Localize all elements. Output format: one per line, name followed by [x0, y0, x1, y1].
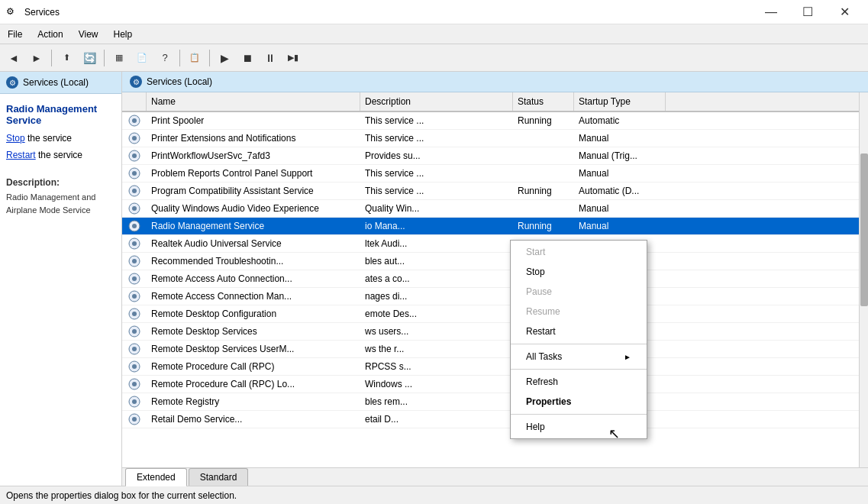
tab-bar: Extended Standard	[122, 467, 868, 486]
title-bar-controls: — ☐ ✕	[753, 0, 862, 24]
row-desc: ws the r...	[360, 341, 513, 357]
main-content: ⚙ Services (Local) Radio Management Serv…	[0, 72, 868, 486]
toolbar-forward[interactable]: ►	[26, 47, 47, 69]
svg-point-33	[132, 399, 137, 404]
svg-point-35	[132, 417, 137, 422]
toolbar-pause[interactable]: ⏸	[260, 47, 281, 69]
col-startup[interactable]: Startup Type	[574, 92, 666, 111]
row-icon	[122, 376, 147, 393]
row-desc: ltek Audi...	[360, 235, 513, 252]
table-body: Print SpoolerThis service ...RunningAuto…	[122, 112, 859, 428]
title-bar: ⚙ Services — ☐ ✕	[0, 0, 868, 24]
row-startup: Manual	[574, 218, 666, 234]
stop-link[interactable]: Stop	[6, 133, 25, 144]
ctx-item-restart[interactable]: Restart	[511, 321, 647, 341]
menu-help[interactable]: Help	[106, 27, 140, 42]
table-row[interactable]: Remote Procedure Call (RPC)RPCSS s...Run…	[122, 358, 859, 376]
right-panel-icon: ⚙	[130, 76, 142, 88]
row-icon	[122, 235, 147, 252]
col-status[interactable]: Status	[513, 92, 574, 111]
stop-suffix: the service	[25, 133, 72, 144]
row-name: PrintWorkflowUserSvc_7afd3	[147, 147, 360, 164]
toolbar-up[interactable]: ⬆	[56, 47, 77, 69]
table-row[interactable]: Remote Desktop Servicesws users...Runnin…	[122, 323, 859, 341]
table-row[interactable]: PrintWorkflowUserSvc_7afd3Provides su...…	[122, 147, 859, 165]
row-icon	[122, 358, 147, 375]
row-startup: Automatic (D...	[574, 183, 666, 199]
row-status	[513, 200, 574, 217]
maximize-button[interactable]: ☐	[790, 0, 825, 24]
table-row[interactable]: Radio Management Serviceio Mana...Runnin…	[122, 218, 859, 235]
col-name[interactable]: Name	[147, 92, 360, 111]
services-local-icon: ⚙	[6, 76, 18, 89]
menu-file[interactable]: File	[0, 27, 30, 42]
table-row[interactable]: Remote Registrybles rem...Disabled	[122, 393, 859, 411]
ctx-item-refresh[interactable]: Refresh	[511, 372, 647, 392]
table-row[interactable]: Quality Windows Audio Video ExperienceQu…	[122, 200, 859, 218]
ctx-item-help[interactable]: Help	[511, 417, 647, 437]
menu-action[interactable]: Action	[30, 27, 70, 42]
toolbar-restart[interactable]: ▶▮	[282, 47, 304, 69]
row-icon	[122, 218, 147, 234]
menu-view[interactable]: View	[71, 27, 106, 42]
app-icon: ⚙	[6, 6, 18, 18]
table-row[interactable]: Realtek Audio Universal Serviceltek Audi…	[122, 235, 859, 253]
table-row[interactable]: Remote Desktop Configurationemote Des...…	[122, 305, 859, 323]
restart-link[interactable]: Restart	[6, 150, 36, 160]
toolbar-show-hide[interactable]: ▦	[108, 47, 130, 69]
context-menu-separator	[511, 414, 647, 415]
minimize-button[interactable]: —	[753, 0, 789, 24]
services-table[interactable]: Name Description Status Startup Type Pri…	[122, 92, 859, 467]
table-row[interactable]: Remote Access Connection Man...nages di.…	[122, 288, 859, 305]
toolbar-sep-2	[104, 50, 105, 66]
svg-point-1	[132, 118, 137, 123]
toolbar-properties[interactable]: 📄	[131, 47, 153, 69]
row-startup: Manual (Trig...	[574, 147, 666, 164]
row-status: Running	[513, 183, 574, 199]
table-row[interactable]: Remote Access Auto Connection...ates a c…	[122, 270, 859, 288]
row-desc: Quality Win...	[360, 200, 513, 217]
row-desc: This service ...	[360, 130, 513, 147]
toolbar-back[interactable]: ◄	[3, 47, 24, 69]
table-row[interactable]: Retail Demo Service...etail D...Manual	[122, 411, 859, 428]
row-desc: emote Des...	[360, 305, 513, 322]
context-menu-separator	[511, 344, 647, 344]
restart-suffix: the service	[36, 150, 82, 160]
row-desc: bles rem...	[360, 393, 513, 410]
row-icon	[122, 393, 147, 410]
row-status	[513, 147, 574, 164]
row-status: Running	[513, 218, 574, 234]
table-row[interactable]: Remote Procedure Call (RPC) Lo...Windows…	[122, 376, 859, 393]
toolbar-play[interactable]: ▶	[214, 47, 235, 69]
table-row[interactable]: Problem Reports Control Panel SupportThi…	[122, 165, 859, 183]
toolbar-help-btn[interactable]: ?	[154, 47, 176, 69]
toolbar-refresh[interactable]: 🔄	[79, 47, 100, 69]
svg-point-5	[132, 153, 137, 158]
table-row[interactable]: Print SpoolerThis service ...RunningAuto…	[122, 112, 859, 130]
table-row[interactable]: Remote Desktop Services UserM...ws the r…	[122, 341, 859, 358]
row-icon	[122, 341, 147, 357]
row-icon	[122, 323, 147, 340]
scrollbar[interactable]	[859, 92, 868, 467]
table-row[interactable]: Program Compatibility Assistant ServiceT…	[122, 183, 859, 200]
close-button[interactable]: ✕	[827, 0, 862, 24]
svg-point-13	[132, 224, 137, 228]
row-desc: This service ...	[360, 112, 513, 129]
toolbar-stop[interactable]: ⏹	[237, 47, 258, 69]
svg-point-17	[132, 259, 137, 263]
ctx-item-properties[interactable]: Properties	[511, 392, 647, 412]
col-desc[interactable]: Description	[360, 92, 513, 111]
svg-point-29	[132, 364, 137, 369]
row-icon	[122, 253, 147, 270]
ctx-item-stop[interactable]: Stop	[511, 262, 647, 282]
ctx-item-all-tasks[interactable]: All Tasks►	[511, 347, 647, 367]
submenu-arrow-icon: ►	[624, 353, 631, 361]
table-row[interactable]: Recommended Troubleshootin...bles aut...…	[122, 253, 859, 270]
restart-action-line: Restart the service	[6, 147, 115, 164]
scrollbar-thumb[interactable]	[860, 153, 868, 306]
tab-standard[interactable]: Standard	[189, 468, 249, 486]
row-startup: Manual	[574, 165, 666, 182]
toolbar-export[interactable]: 📋	[184, 47, 205, 69]
tab-extended[interactable]: Extended	[125, 468, 187, 486]
table-row[interactable]: Printer Extensions and NotificationsThis…	[122, 130, 859, 147]
